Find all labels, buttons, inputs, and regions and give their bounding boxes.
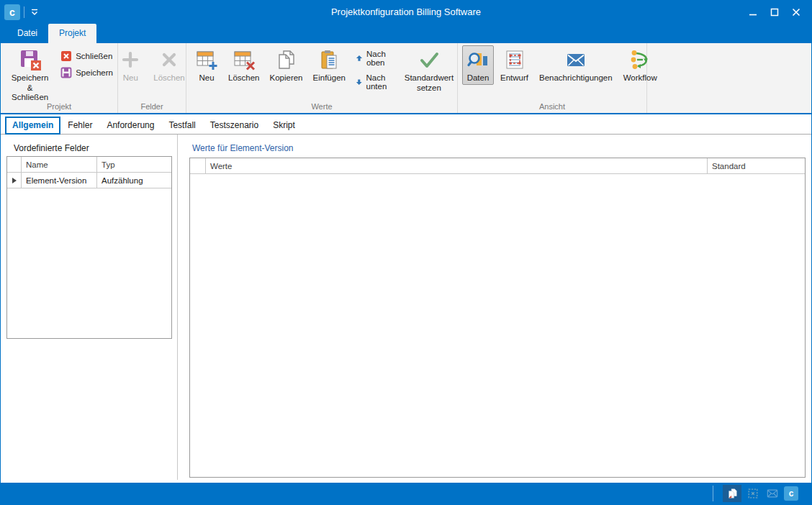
fields-grid: Name Typ Element-Version Aufzählung	[6, 156, 172, 339]
plus-icon	[119, 48, 142, 71]
button-label: Speichern	[76, 68, 113, 77]
maximize-button[interactable]	[764, 1, 785, 24]
ribbon-group-projekt: Speichern & Schließen Schließen	[1, 43, 118, 113]
design-dashed-icon	[747, 488, 759, 499]
ribbon: Speichern & Schließen Schließen	[1, 43, 811, 114]
entwurf-view-button[interactable]: Entwurf	[496, 45, 533, 85]
status-benachrichtigungen-view-button[interactable]	[764, 486, 780, 501]
daten-view-button[interactable]: Daten	[462, 45, 494, 85]
copy-icon	[275, 48, 298, 71]
button-label: Schließen	[76, 52, 112, 60]
ribbon-empty-area	[647, 43, 811, 113]
row-selector-header[interactable]	[7, 157, 22, 173]
values-grid: Werte Standard	[189, 158, 806, 478]
cell-name[interactable]: Element-Version	[22, 173, 97, 188]
speichern-button[interactable]: Speichern	[60, 67, 113, 78]
window-title: Projektkonfiguration Billing Software	[1, 1, 811, 24]
ribbon-group-felder: Neu Löschen Felder	[118, 43, 186, 113]
table-row[interactable]: Element-Version Aufzählung	[7, 173, 171, 188]
grid-header-row: Name Typ	[7, 157, 171, 173]
titlebar: c Projektkonfiguration Billing Software	[1, 1, 811, 24]
status-daten-view-button[interactable]	[723, 485, 741, 502]
left-panel-title: Vordefinierte Felder	[14, 143, 89, 153]
button-label: Daten	[467, 73, 490, 83]
status-app-logo-button[interactable]: c	[784, 486, 798, 501]
window-controls	[742, 1, 807, 24]
app-logo-letter: c	[789, 488, 794, 499]
arrow-up-icon	[356, 53, 363, 64]
tab-testfall[interactable]: Testfall	[161, 117, 202, 134]
button-label: Einfügen	[313, 73, 346, 83]
mail-icon	[564, 48, 587, 71]
row-selector-header[interactable]	[190, 158, 206, 174]
button-label: Neu	[199, 73, 214, 83]
felder-neu-button[interactable]: Neu	[114, 45, 146, 85]
mail-muted-icon	[767, 488, 778, 499]
ribbon-group-label: Projekt	[1, 102, 117, 111]
content-area: Allgemein Fehler Anforderung Testfall Te…	[1, 116, 811, 483]
einfuegen-button[interactable]: Einfügen	[309, 45, 350, 85]
tab-allgemein[interactable]: Allgemein	[5, 117, 60, 135]
ribbon-group-werte: Neu Löschen	[186, 43, 458, 113]
arrow-down-icon	[356, 76, 363, 88]
checkmark-icon	[418, 48, 441, 71]
button-label: Löschen	[153, 73, 184, 83]
design-view-icon	[503, 48, 526, 71]
current-row-indicator-icon	[12, 178, 17, 183]
werte-loeschen-button[interactable]: Löschen	[224, 45, 263, 85]
button-label: Speichern & Schließen	[8, 73, 52, 103]
ribbon-group-label: Werte	[186, 102, 457, 111]
document-tabstrip: Allgemein Fehler Anforderung Testfall Te…	[1, 116, 811, 135]
statusbar-separator	[713, 486, 713, 501]
speichern-und-schliessen-button[interactable]: Speichern & Schließen	[4, 45, 56, 104]
felder-loeschen-button[interactable]: Löschen	[149, 45, 189, 85]
column-header-werte[interactable]: Werte	[206, 158, 708, 174]
werte-neu-button[interactable]: Neu	[191, 45, 222, 85]
right-panel-title: Werte für Element-Version	[192, 143, 294, 153]
button-label: Löschen	[228, 73, 259, 83]
button-label: Kopieren	[269, 73, 302, 83]
tab-fehler[interactable]: Fehler	[60, 117, 99, 134]
table-delete-icon	[233, 48, 256, 71]
ribbon-tab-datei[interactable]: Datei	[6, 24, 48, 43]
benachrichtigungen-view-button[interactable]: Benachrichtigungen	[535, 45, 617, 85]
tab-testszenario[interactable]: Testszenario	[203, 117, 266, 134]
button-label: Nach unten	[366, 73, 392, 91]
grid-header-row: Werte Standard	[190, 158, 805, 174]
table-add-icon	[195, 48, 218, 71]
row-selector-cell[interactable]	[7, 173, 22, 188]
ribbon-group-label: Felder	[118, 102, 186, 111]
save-close-icon	[19, 48, 42, 71]
button-label: Entwurf	[500, 73, 528, 83]
standardwert-setzen-button[interactable]: Standardwert setzen	[400, 45, 458, 94]
delete-x-icon	[158, 48, 181, 71]
ribbon-group-ansicht: Daten Entwurf	[458, 43, 647, 113]
button-label: Benachrichtigungen	[539, 73, 613, 83]
column-header-name[interactable]: Name	[22, 157, 97, 173]
paste-icon	[317, 48, 340, 71]
minimize-button[interactable]	[742, 1, 764, 24]
kopieren-button[interactable]: Kopieren	[265, 45, 307, 85]
nach-oben-button[interactable]: Nach oben	[356, 50, 392, 67]
close-button[interactable]	[785, 1, 807, 24]
tab-anforderung[interactable]: Anforderung	[99, 117, 161, 134]
ribbon-tabrow: Datei Projekt	[1, 24, 811, 43]
column-header-typ[interactable]: Typ	[97, 157, 171, 173]
ribbon-tab-projekt[interactable]: Projekt	[48, 24, 96, 43]
button-label: Neu	[123, 73, 138, 83]
close-red-icon	[60, 50, 72, 62]
nach-unten-button[interactable]: Nach unten	[356, 73, 392, 91]
button-label: Nach oben	[366, 50, 392, 67]
status-bar: c	[1, 483, 811, 504]
button-label: Standardwert setzen	[405, 73, 454, 93]
panel-splitter[interactable]	[177, 135, 178, 480]
schliessen-button[interactable]: Schließen	[60, 50, 113, 62]
column-header-standard[interactable]: Standard	[708, 158, 805, 174]
status-entwurf-view-button[interactable]	[745, 486, 761, 501]
ribbon-group-label: Ansicht	[458, 102, 646, 111]
data-pages-icon	[726, 488, 738, 499]
app-window: c Projektkonfiguration Billing Software …	[0, 0, 812, 505]
cell-typ[interactable]: Aufzählung	[97, 173, 171, 188]
tab-skript[interactable]: Skript	[266, 117, 302, 134]
data-view-icon	[466, 48, 490, 71]
